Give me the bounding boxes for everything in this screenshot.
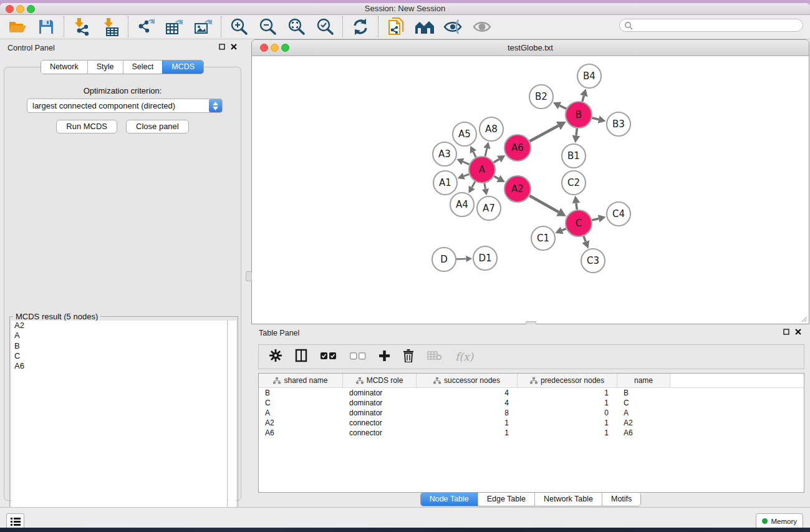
run-mcds-button[interactable]: Run MCDS xyxy=(56,120,117,133)
graph-node-B1[interactable]: B1 xyxy=(562,144,586,168)
import-network-icon[interactable] xyxy=(71,17,92,37)
create-column-icon[interactable] xyxy=(379,351,390,364)
table-row[interactable]: Cdominator41C xyxy=(259,398,804,408)
column-header-successor-nodes[interactable]: successor nodes xyxy=(417,374,518,387)
minimize-window-button[interactable] xyxy=(16,5,24,13)
graph-node-B4[interactable]: B4 xyxy=(577,64,601,88)
close-network-button[interactable] xyxy=(260,44,268,52)
graph-edge-A-A1[interactable] xyxy=(458,173,469,180)
table-row[interactable]: Adominator80A xyxy=(259,408,804,418)
graph-edge-A-A5[interactable] xyxy=(470,146,476,157)
export-image-icon[interactable] xyxy=(193,17,214,37)
graph-edge-A-A8[interactable] xyxy=(483,142,490,156)
zoom-fit-icon[interactable] xyxy=(286,17,307,37)
resize-grip-icon[interactable] xyxy=(800,315,808,322)
graph-node-C1[interactable]: C1 xyxy=(531,226,555,250)
network-graph[interactable]: AA6A2BCA5A8A3A1A4A7B2B4B3B1C2C4C1C3DD1 xyxy=(252,56,809,324)
optimization-criterion-dropdown[interactable]: largest connected component (directed) xyxy=(27,99,223,113)
graph-node-A1[interactable]: A1 xyxy=(433,171,457,195)
graph-edge-C-C1[interactable] xyxy=(555,226,566,234)
graph-node-C4[interactable]: C4 xyxy=(607,202,630,226)
graph-node-B2[interactable]: B2 xyxy=(529,85,553,109)
zoom-in-icon[interactable] xyxy=(228,17,249,37)
column-header-shared-name[interactable]: shared name xyxy=(259,374,343,387)
refresh-icon[interactable] xyxy=(350,17,371,37)
graph-node-C[interactable]: C xyxy=(566,210,592,236)
tab-edge-table[interactable]: Edge Table xyxy=(478,493,534,506)
tab-style[interactable]: Style xyxy=(87,60,123,74)
graph-node-B[interactable]: B xyxy=(566,102,592,128)
graph-node-C2[interactable]: C2 xyxy=(562,171,586,195)
tab-network[interactable]: Network xyxy=(41,60,87,74)
save-session-icon[interactable] xyxy=(36,17,57,37)
zoom-window-button[interactable] xyxy=(27,5,35,13)
export-table-icon[interactable] xyxy=(164,17,185,37)
zoom-selected-icon[interactable] xyxy=(314,17,335,37)
close-panel-icon[interactable] xyxy=(231,44,237,50)
minimize-network-button[interactable] xyxy=(271,44,279,52)
delete-column-trash-icon[interactable] xyxy=(403,349,414,365)
table-row[interactable]: A2connector11A2 xyxy=(259,418,804,428)
graph-node-A4[interactable]: A4 xyxy=(450,193,474,216)
graph-edge-A-A7[interactable] xyxy=(482,183,489,196)
graph-edge-B-B3[interactable] xyxy=(592,115,605,123)
graph-edge-B-B4[interactable] xyxy=(580,89,587,102)
search-input[interactable] xyxy=(633,21,791,31)
mcds-result-item[interactable]: C xyxy=(11,351,227,361)
graph-node-B3[interactable]: B3 xyxy=(607,112,630,136)
column-header-predecessor-nodes[interactable]: predecessor nodes xyxy=(518,374,617,387)
graph-edge-C-C2[interactable] xyxy=(572,196,581,210)
graph-edge-A2-C[interactable] xyxy=(529,196,566,216)
first-neighbors-icon[interactable] xyxy=(414,17,435,37)
float-table-panel-icon[interactable] xyxy=(783,329,789,335)
graph-node-A2[interactable]: A2 xyxy=(504,176,531,202)
table-settings-gear-icon[interactable] xyxy=(269,349,282,364)
graph-node-D1[interactable]: D1 xyxy=(473,246,497,270)
graph-edge-A-A4[interactable] xyxy=(468,181,475,193)
graph-node-C3[interactable]: C3 xyxy=(581,249,605,273)
tab-select[interactable]: Select xyxy=(123,60,163,74)
graph-edge-A-A2[interactable] xyxy=(494,175,504,182)
vertical-splitter-handle[interactable] xyxy=(246,271,252,281)
show-columns-icon[interactable] xyxy=(295,349,307,365)
show-all-icon[interactable] xyxy=(471,17,493,37)
column-header-mcds-role[interactable]: MCDS role xyxy=(343,374,417,387)
close-table-panel-icon[interactable] xyxy=(795,329,801,335)
graph-edge-A-A3[interactable] xyxy=(456,158,469,165)
close-window-button[interactable] xyxy=(6,5,14,13)
tab-motifs[interactable]: Motifs xyxy=(602,493,640,506)
zoom-network-button[interactable] xyxy=(281,44,289,52)
result-scrollbar[interactable] xyxy=(228,321,236,524)
open-session-icon[interactable] xyxy=(7,17,28,37)
export-network-icon[interactable] xyxy=(135,17,157,37)
column-header-name[interactable]: name xyxy=(617,374,670,387)
graph-node-A6[interactable]: A6 xyxy=(504,135,531,161)
graph-node-A[interactable]: A xyxy=(469,157,495,183)
mcds-result-item[interactable]: A xyxy=(11,331,227,341)
graph-node-A5[interactable]: A5 xyxy=(453,122,476,146)
graph-node-A3[interactable]: A3 xyxy=(433,142,456,166)
graph-edge-A6-B[interactable] xyxy=(529,122,566,142)
mcds-result-item[interactable]: A6 xyxy=(11,361,227,371)
hide-selected-icon[interactable] xyxy=(443,17,464,37)
select-all-icon[interactable] xyxy=(321,351,337,362)
table-row[interactable]: A6connector11A6 xyxy=(259,428,804,438)
new-network-from-selection-icon[interactable] xyxy=(385,17,407,37)
close-panel-button[interactable]: Close panel xyxy=(126,120,189,133)
graph-edge-D-D1[interactable] xyxy=(456,256,472,262)
mcds-result-item[interactable]: A2 xyxy=(11,321,227,331)
graph-edge-C-C3[interactable] xyxy=(582,236,589,249)
tab-node-table[interactable]: Node Table xyxy=(421,493,478,506)
graph-node-A7[interactable]: A7 xyxy=(477,196,501,220)
graph-node-D[interactable]: D xyxy=(432,248,456,271)
graph-edge-B-B1[interactable] xyxy=(572,128,581,143)
graph-edge-C-C4[interactable] xyxy=(592,215,605,222)
import-table-icon[interactable] xyxy=(100,17,121,37)
deselect-all-icon[interactable] xyxy=(350,351,366,362)
tab-network-table[interactable]: Network Table xyxy=(534,493,602,506)
table-row[interactable]: Bdominator41B xyxy=(259,388,804,398)
zoom-out-icon[interactable] xyxy=(257,17,278,37)
mcds-result-item[interactable]: B xyxy=(11,341,227,351)
memory-button[interactable]: Memory xyxy=(756,513,803,528)
tab-mcds[interactable]: MCDS xyxy=(162,60,203,74)
